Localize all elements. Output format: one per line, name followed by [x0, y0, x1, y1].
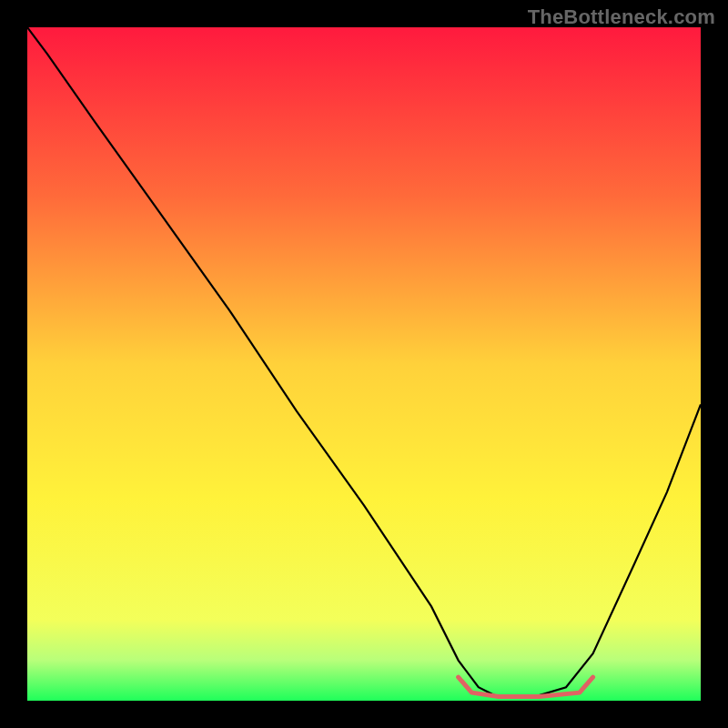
plot-svg	[27, 27, 701, 701]
plot-area	[27, 27, 701, 701]
watermark-text: TheBottleneck.com	[528, 5, 715, 29]
gradient-rect	[27, 27, 701, 701]
chart-frame: TheBottleneck.com	[0, 0, 728, 728]
